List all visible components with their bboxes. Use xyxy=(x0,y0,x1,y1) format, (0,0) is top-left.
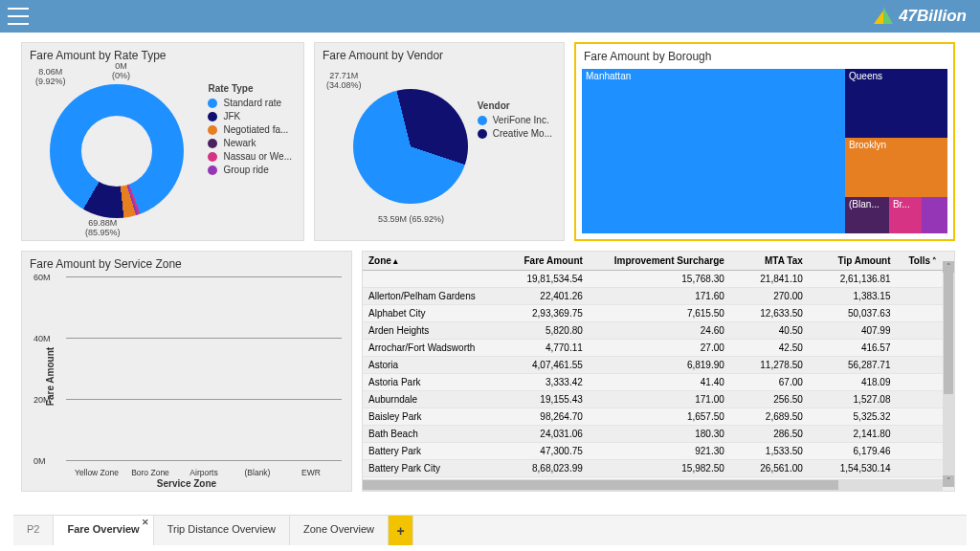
zone-table[interactable]: Zone▴Fare AmountImprovement SurchargeMTA… xyxy=(363,252,943,479)
table-header[interactable]: Zone▴ xyxy=(363,252,501,271)
tab-p2[interactable]: P2 xyxy=(13,516,54,545)
scroll-down-icon[interactable]: ˅ xyxy=(943,475,954,487)
card-fare-by-rate-type[interactable]: Fare Amount by Rate Type 69.88M (85.95%)… xyxy=(21,42,304,241)
card-title: Fare Amount by Rate Type xyxy=(22,43,303,64)
table-row[interactable]: 19,81,534.5415,768.3021,841.102,61,136.8… xyxy=(363,271,943,288)
sort-asc-icon[interactable]: ▴ xyxy=(393,256,398,266)
table-row[interactable]: Arrochar/Fort Wadsworth4,770.1127.0042.5… xyxy=(363,340,943,357)
donut-label-major: 69.88M (85.95%) xyxy=(85,219,121,238)
table-row[interactable]: Baisley Park98,264.701,657.502,689.505,3… xyxy=(363,408,943,426)
bar-category-label: Airports xyxy=(175,468,233,477)
scroll-up-icon[interactable]: ˄ xyxy=(943,261,954,273)
top-bar: 47Billion xyxy=(0,0,980,33)
vertical-scrollbar[interactable]: ˄ ˅ xyxy=(943,273,954,475)
table-row[interactable]: Bath Beach24,031.06180.30286.502,141.80 xyxy=(363,426,943,443)
add-tab-button[interactable]: + xyxy=(389,516,413,545)
card-fare-by-borough[interactable]: Fare Amount by Borough Manhattan Queens … xyxy=(574,42,955,241)
table-row[interactable]: Auburndale19,155.43171.00256.501,527.08 xyxy=(363,391,943,408)
sheet-tab-bar: P2 Fare Overview✕ Trip Distance Overview… xyxy=(13,515,967,545)
donut-label-mid: 8.06M (9.92%) xyxy=(35,68,66,87)
table-header[interactable]: MTA Tax xyxy=(730,252,809,271)
treemap-chart[interactable]: Manhattan Queens Brooklyn (Blan... Br... xyxy=(582,69,947,233)
card-title: Fare Amount by Service Zone xyxy=(22,252,351,273)
card-title: Fare Amount by Borough xyxy=(576,44,953,65)
card-fare-by-vendor[interactable]: Fare Amount by Vendor 27.71M (34.08%) 53… xyxy=(314,42,565,241)
table-row[interactable]: Battery Park47,300.75921.301,533.506,179… xyxy=(363,443,943,460)
table-row[interactable]: Arden Heights5,820.8024.6040.50407.99 xyxy=(363,322,943,340)
table-header[interactable]: Tip Amount xyxy=(809,252,897,271)
tab-fare-overview[interactable]: Fare Overview✕ xyxy=(54,516,153,545)
pie-label-a: 27.71M (34.08%) xyxy=(326,72,362,91)
pie-label-b: 53.59M (65.92%) xyxy=(378,215,444,225)
dashboard-canvas: Fare Amount by Rate Type 69.88M (85.95%)… xyxy=(11,33,965,511)
table-row[interactable]: Astoria Park3,333.4241.4067.00418.09 xyxy=(363,374,943,391)
treemap-tile-other[interactable] xyxy=(922,197,947,233)
treemap-tile-bronx[interactable]: Br... xyxy=(889,197,922,233)
bar-category-label: Yellow Zone xyxy=(68,468,125,477)
bar-chart[interactable]: 0M20M40M60MYellow ZoneBoro ZoneAirports(… xyxy=(66,276,342,460)
table-row[interactable]: Battery Park City8,68,023.9915,982.5026,… xyxy=(363,460,943,477)
card-zone-table[interactable]: Zone▴Fare AmountImprovement SurchargeMTA… xyxy=(362,251,955,492)
brand-logo: 47Billion xyxy=(874,7,967,26)
scrollbar-thumb[interactable] xyxy=(944,273,953,394)
bar-category-label: (Blank) xyxy=(229,468,286,477)
donut-chart[interactable] xyxy=(50,84,184,218)
table-row[interactable]: Astoria4,07,461.556,819.9011,278.5056,28… xyxy=(363,357,943,374)
pie-chart[interactable] xyxy=(353,89,468,204)
legend-rate-type: Rate Type Standard rate JFK Negotiated f… xyxy=(208,83,292,178)
legend-vendor: Vendor VeriFone Inc. Creative Mo... xyxy=(478,100,552,142)
treemap-tile-queens[interactable]: Queens xyxy=(845,69,947,138)
table-header[interactable]: Tolls˄ xyxy=(897,252,944,271)
hamburger-menu-icon[interactable] xyxy=(8,8,29,25)
table-row[interactable]: Alphabet City2,93,369.757,615.5012,633.5… xyxy=(363,305,943,322)
treemap-tile-manhattan[interactable]: Manhattan xyxy=(582,69,845,233)
table-header[interactable]: Improvement Surcharge xyxy=(589,252,730,271)
card-title: Fare Amount by Vendor xyxy=(315,43,564,64)
bar-category-label: Boro Zone xyxy=(122,468,179,477)
card-fare-by-service-zone[interactable]: Fare Amount by Service Zone Fare Amount … xyxy=(21,251,352,492)
tab-zone-overview[interactable]: Zone Overview xyxy=(290,516,389,545)
tab-trip-distance[interactable]: Trip Distance Overview xyxy=(154,516,290,545)
table-row[interactable]: Allerton/Pelham Gardens22,401.26171.6027… xyxy=(363,288,943,305)
horizontal-scrollbar[interactable] xyxy=(363,479,943,491)
brand-glyph-icon xyxy=(874,7,893,26)
treemap-tile-blank[interactable]: (Blan... xyxy=(845,197,889,233)
scrollbar-thumb[interactable] xyxy=(363,480,838,490)
x-axis-label: Service Zone xyxy=(157,478,216,489)
treemap-tile-brooklyn[interactable]: Brooklyn xyxy=(845,138,947,197)
close-icon[interactable]: ✕ xyxy=(142,518,149,527)
donut-label-small: 0M (0%) xyxy=(112,62,130,81)
brand-name: 47Billion xyxy=(899,7,967,26)
table-header[interactable]: Fare Amount xyxy=(501,252,589,271)
bar-category-label: EWR xyxy=(282,468,340,477)
